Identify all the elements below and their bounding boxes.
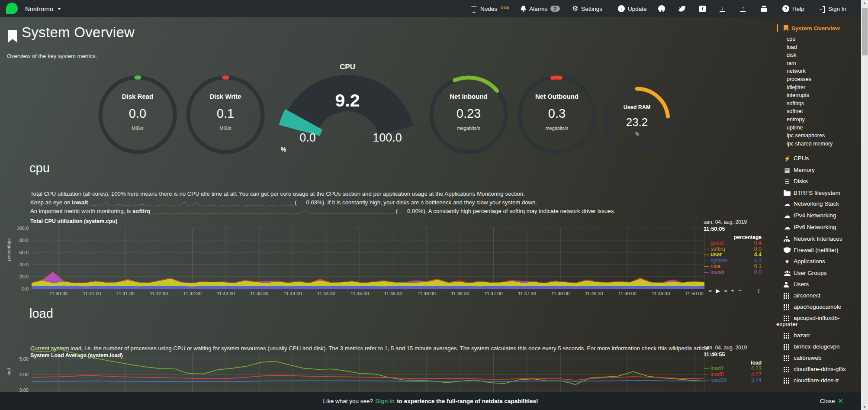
zoom-in-button[interactable]: + <box>731 287 734 294</box>
sidebar-section-item[interactable]: User Groups <box>776 267 861 278</box>
legend-row[interactable]: system 4.3 <box>704 258 762 264</box>
svg-text:60.0: 60.0 <box>19 250 29 255</box>
gauge-net-inbound[interactable]: Net Inbound 0.23 megabits/s <box>428 74 510 156</box>
svg-text:11:49:00: 11:49:00 <box>618 291 637 296</box>
svg-text:11:43:30: 11:43:30 <box>250 291 268 296</box>
sidebar-section-item[interactable]: cloudflare-ddns-tr <box>776 375 861 386</box>
cpu-chart[interactable]: 0.020.040.060.080.0100.011:40:3011:41:00… <box>0 223 753 298</box>
sidebar-subitem[interactable]: ipc semaphores <box>776 132 861 140</box>
svg-text:11:46:00: 11:46:00 <box>418 291 436 296</box>
cpu-desc-line3-pre: An important metric worth monitoring, is <box>30 208 132 214</box>
gauge-cpu[interactable]: CPU 9.2 0.0 100.0 % <box>274 63 421 158</box>
sidebar-section-item[interactable]: IPv4 Networking <box>776 210 861 222</box>
sidebar-subitem[interactable]: uptime <box>776 124 861 132</box>
banner-signin-link[interactable]: Sign in <box>375 398 395 404</box>
gauge-label: Net Inbound <box>428 93 510 100</box>
nav-import[interactable] <box>740 0 746 17</box>
legend-row[interactable]: user 4.4 <box>704 252 762 258</box>
twitter-icon <box>678 6 686 12</box>
cpu-chart-toolbox: « ▶ » + − <box>709 287 742 294</box>
grid-icon <box>784 344 791 350</box>
pan-backward-button[interactable]: « <box>709 287 712 294</box>
bolt-icon <box>784 156 791 162</box>
play-button[interactable]: ▶ <box>716 287 720 294</box>
gear-icon <box>572 5 578 12</box>
user-icon <box>784 282 791 287</box>
scrollbar-thumb[interactable] <box>862 8 868 55</box>
nav-settings[interactable]: Settings <box>572 0 602 17</box>
sidebar-section-item[interactable]: IPv6 Networking <box>776 222 861 233</box>
nav-github[interactable] <box>658 0 665 17</box>
legend-row[interactable]: load15 3.74 <box>704 378 762 384</box>
scroll-down-arrow[interactable]: ▼ <box>861 405 868 409</box>
pan-forward-button[interactable]: » <box>724 287 727 294</box>
users-icon <box>784 270 791 276</box>
sidebar-subitem[interactable]: ipc shared memory <box>776 140 861 148</box>
sidebar-section-item[interactable]: cloudflare-ddns-gflix <box>776 364 861 375</box>
legend-row[interactable]: load5 4.07 <box>704 372 762 378</box>
nav-twitter[interactable] <box>678 0 686 17</box>
hostname-dropdown[interactable]: Nostromo <box>25 0 61 17</box>
sidebar-section-item[interactable]: airconnect <box>776 290 861 301</box>
sidebar-subitem[interactable]: softirqs <box>776 100 861 108</box>
sidebar-subitem[interactable]: disk <box>776 51 861 59</box>
legend-row[interactable]: softirq 0.0 <box>704 246 762 252</box>
scroll-up-arrow[interactable]: ▲ <box>861 1 868 5</box>
page-subtitle: Overview of the key system metrics. <box>7 53 97 59</box>
sidebar-subitem[interactable]: softnet <box>776 107 861 116</box>
nav-nodes[interactable]: Nodes beta <box>471 0 509 17</box>
sidebar-subitem[interactable]: entropy <box>776 116 861 124</box>
nav-facebook[interactable] <box>699 0 706 17</box>
gauge-label: Net Outbound <box>516 93 598 100</box>
legend-row[interactable]: load1 4.23 <box>704 366 762 372</box>
sidebar-section-item[interactable]: calibreweb <box>776 352 861 364</box>
sidebar-item-system-overview[interactable]: System Overview <box>776 24 861 32</box>
sidebar-section-item[interactable]: apcupsd-influxdb-exporter <box>776 313 861 330</box>
svg-text:11:44:30: 11:44:30 <box>317 291 335 296</box>
chart-resize-handle[interactable]: ↕ <box>757 287 760 294</box>
sidebar-subitem[interactable]: network <box>776 67 861 75</box>
sidebar-section-item[interactable]: Applications <box>776 256 861 267</box>
iowait-sparkline-icon <box>90 200 294 207</box>
sidebar-subitem[interactable]: interrupts <box>776 91 861 100</box>
page-scrollbar[interactable]: ▲ ▼ <box>861 0 868 410</box>
sidebar-subitem[interactable]: cpu <box>776 35 861 43</box>
nav-alarms[interactable]: Alarms 2 <box>521 0 560 17</box>
sidebar-section-item[interactable]: binhex-delugevpn <box>776 341 861 352</box>
sidebar-section-item[interactable]: CPUs <box>776 153 861 164</box>
sidebar-subitem[interactable]: load <box>776 43 861 52</box>
sidebar-section-item[interactable]: Disks <box>776 176 861 187</box>
nav-print[interactable] <box>761 0 767 17</box>
sidebar-section-item[interactable]: Network Interfaces <box>776 233 861 245</box>
sidebar-subitem[interactable]: processes <box>776 75 861 84</box>
netdata-logo-icon[interactable] <box>6 3 18 14</box>
sidebar-section-item[interactable]: Memory <box>776 165 861 176</box>
nav-export[interactable] <box>719 0 725 17</box>
sidebar-section-item[interactable]: apacheguacamole <box>776 301 861 313</box>
svg-text:11:50:00: 11:50:00 <box>685 291 704 296</box>
banner-close-button[interactable]: Close × <box>820 392 843 410</box>
sidebar-section-item[interactable]: BTRFS filesystem <box>776 187 861 198</box>
sidebar-section-item[interactable]: Users <box>776 279 861 290</box>
gauge-unit: MiB/s <box>96 126 179 131</box>
sidebar-subitem[interactable]: ram <box>776 59 861 68</box>
sidebar-section-item[interactable]: Networking Stack <box>776 198 861 210</box>
chevron-down-icon <box>58 8 61 10</box>
bookmark-icon <box>784 25 788 31</box>
legend-row[interactable]: guest 0.4 <box>704 240 762 246</box>
svg-text:80.0: 80.0 <box>19 238 29 243</box>
gauge-used-ram[interactable]: Used RAM 23.2 % <box>602 85 672 155</box>
gauge-net-outbound[interactable]: Net Outbound 0.3 megabits/s <box>516 74 598 156</box>
legend-row[interactable]: iowait 0.0 <box>704 270 762 276</box>
gauge-disk-write[interactable]: Disk Write 0.1 MiB/s <box>184 74 267 156</box>
nav-update[interactable]: Update <box>618 0 647 17</box>
gauge-disk-read[interactable]: Disk Read 0.0 MiB/s <box>96 74 179 156</box>
nav-signin[interactable]: Sign In <box>818 0 846 17</box>
sidebar-section-item[interactable]: bazarr <box>776 330 861 341</box>
sidebar-subitem[interactable]: idlejitter <box>776 84 861 92</box>
legend-row[interactable]: nice 0.1 <box>704 264 762 270</box>
heart-icon <box>784 259 791 265</box>
sidebar-section-item[interactable]: Firewall (netfilter) <box>776 244 861 256</box>
zoom-out-button[interactable]: − <box>738 287 742 294</box>
nav-help[interactable]: Help <box>782 0 804 17</box>
